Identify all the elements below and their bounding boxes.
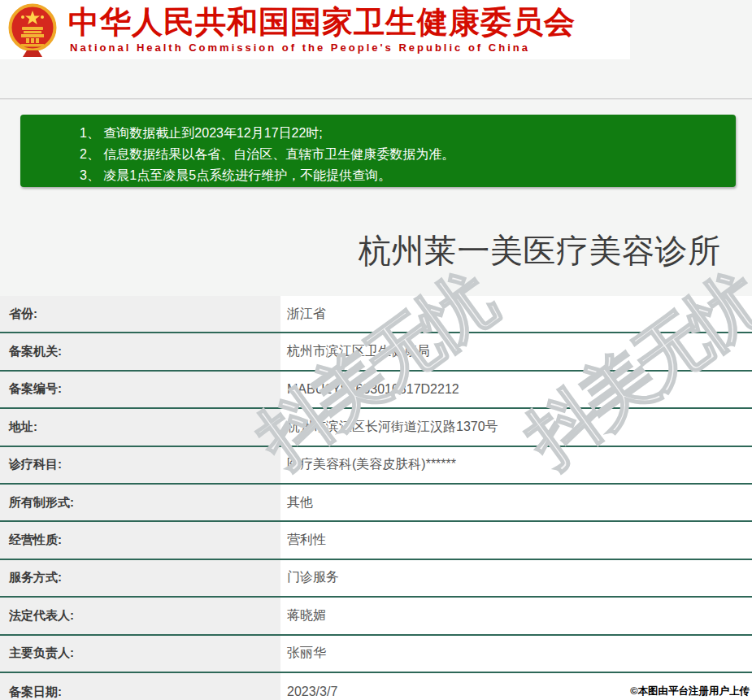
field-value: 张丽华 [280,636,752,672]
national-emblem-icon [7,2,59,57]
table-row-province: 省份: 浙江省 [0,296,752,333]
field-label: 法定代表人: [0,598,280,633]
organization-name-title: 杭州莱一美医疗美容诊所 [359,228,721,273]
field-label: 所有制形式: [0,485,280,520]
field-label: 主要负责人: [0,636,280,672]
field-label: 省份: [0,296,280,332]
table-row-service-mode: 服务方式: 门诊服务 [0,560,752,598]
field-label: 备案机关: [0,333,280,369]
field-value: 门诊服务 [280,560,752,596]
field-label: 经营性质: [0,522,280,558]
field-value: 营利性 [280,522,752,558]
field-value: 杭州市滨江区长河街道江汉路1370号 [280,409,752,445]
header-divider [0,98,752,99]
field-label: 服务方式: [0,560,280,596]
table-row-medical-subjects: 诊疗科目: 医疗美容科(美容皮肤科)****** [0,447,752,485]
field-label: 备案编号: [0,372,280,407]
notice-line: 2、 信息数据结果以各省、自治区、直辖市卫生健康委数据为准。 [80,144,736,165]
field-label: 备案日期: [0,673,280,700]
field-value: 杭州市滨江区卫生健康局 [280,333,752,369]
field-label: 诊疗科目: [0,447,280,483]
table-row-ownership-type: 所有制形式: 其他 [0,485,752,522]
image-attribution-label: ©本图由平台注册用户上传 [630,685,750,698]
table-row-address: 地址: 杭州市滨江区长河街道江汉路1370号 [0,409,752,446]
field-value: 蒋晓媚 [280,598,752,633]
table-row-operation-nature: 经营性质: 营利性 [0,522,752,559]
site-title-english: National Health Commission of the People… [70,41,530,54]
notice-box: 1、 查询数据截止到2023年12月17日22时; 2、 信息数据结果以各省、自… [20,115,736,187]
notice-line: 1、 查询数据截止到2023年12月17日22时; [80,123,736,144]
registration-info-table: 省份: 浙江省 备案机关: 杭州市滨江区卫生健康局 备案编号: MABU1Y8F… [0,296,752,700]
nhc-query-result-page: 中华人民共和国国家卫生健康委员会 National Health Commiss… [0,0,752,700]
field-value: 其他 [280,485,752,520]
table-row-filing-authority: 备案机关: 杭州市滨江区卫生健康局 [0,333,752,371]
table-row-principal: 主要负责人: 张丽华 [0,636,752,673]
notice-line: 3、 凌晨1点至凌晨5点系统进行维护，不能提供查询。 [80,165,736,186]
field-value: MABU1Y8F633010817D2212 [280,372,752,407]
field-value: 医疗美容科(美容皮肤科)****** [280,447,752,483]
field-label: 地址: [0,409,280,445]
site-header: 中华人民共和国国家卫生健康委员会 National Health Commiss… [0,0,630,59]
table-row-filing-number: 备案编号: MABU1Y8F633010817D2212 [0,372,752,409]
table-row-legal-representative: 法定代表人: 蒋晓媚 [0,598,752,635]
field-value: 浙江省 [280,296,752,332]
site-title-chinese: 中华人民共和国国家卫生健康委员会 [68,4,576,40]
